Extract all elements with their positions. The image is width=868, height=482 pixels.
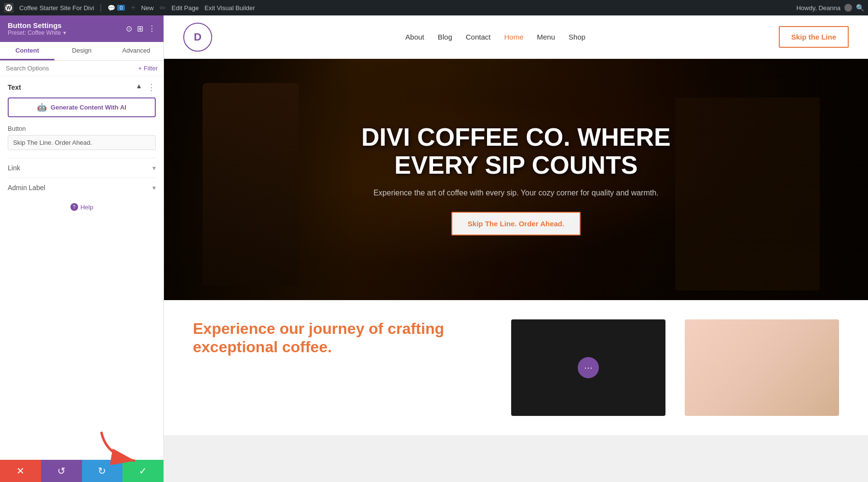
text-section-collapse[interactable]: ▲ [136,82,142,93]
help-icon: ? [70,203,78,211]
site-logo: D [183,23,212,52]
text-section-title: Text [8,83,21,91]
panel-menu-icon[interactable]: ⋮ [148,24,156,33]
chevron-down-icon: ▾ [63,29,66,36]
main-wrapper: Button Settings Preset: Coffee White ▾ ⊙… [0,15,868,482]
tab-advanced[interactable]: Advanced [109,42,163,60]
link-section-title: Link [8,164,20,172]
hero-cta-button[interactable]: Skip The Line. Order Ahead. [451,212,581,235]
text-section-menu[interactable]: ⋮ [147,82,156,93]
admin-bar-item-site[interactable]: Coffee Starter Site For Divi [19,4,94,12]
admin-bar-new[interactable]: New [141,4,154,12]
wp-logo-icon[interactable]: W [4,3,14,13]
search-options-input[interactable] [6,65,135,72]
image-thumbnail [685,319,839,416]
left-panel: Button Settings Preset: Coffee White ▾ ⊙… [0,15,164,482]
hero-content: DIVI COFFEE CO. WHERE EVERY SIP COUNTS E… [323,124,709,235]
help-link[interactable]: ? Help [8,203,156,211]
nav-blog[interactable]: Blog [438,33,452,41]
panel-content: Text ▲ ⋮ 🤖 Generate Content With AI Butt… [0,76,163,460]
filter-button[interactable]: + Filter [138,65,158,72]
experience-text: Experience our journey of crafting excep… [193,319,492,357]
site-nav: About Blog Contact Home Menu Shop [406,33,586,41]
tab-design[interactable]: Design [54,42,109,60]
play-button[interactable]: ⋯ [578,357,599,378]
admin-label-chevron-icon: ▾ [152,184,156,192]
admin-label-section[interactable]: Admin Label ▾ [8,178,156,197]
nav-shop[interactable]: Shop [569,33,585,41]
hero-section: DIVI COFFEE CO. WHERE EVERY SIP COUNTS E… [164,59,868,300]
tab-content[interactable]: Content [0,42,54,60]
admin-avatar[interactable] [844,4,852,12]
right-content: D About Blog Contact Home Menu Shop Skip… [164,15,868,482]
wp-admin-bar: W Coffee Starter Site For Divi | 💬 0 + N… [0,0,868,15]
below-hero: Experience our journey of crafting excep… [164,300,868,435]
nav-contact[interactable]: Contact [466,33,491,41]
comment-count: 0 [117,5,125,11]
panel-header: Button Settings Preset: Coffee White ▾ ⊙… [0,15,163,42]
arrow-indicator [96,427,145,468]
play-icon: ⋯ [584,362,593,373]
text-section-header: Text ▲ ⋮ [8,82,156,93]
button-text-input[interactable] [8,135,156,150]
skip-line-header-button[interactable]: Skip the Line [779,26,849,48]
link-section[interactable]: Link ▾ [8,158,156,178]
experience-title: Experience our journey of crafting excep… [193,319,492,357]
admin-bar-edit-page[interactable]: Edit Page [172,4,199,12]
video-thumbnail: ⋯ [511,319,665,416]
search-filter-row: + Filter [0,61,163,76]
nav-home[interactable]: Home [504,33,523,41]
admin-search-icon[interactable]: 🔍 [856,4,864,12]
panel-header-icons: ⊙ ⊞ ⋮ [126,24,156,33]
ai-generate-button[interactable]: 🤖 Generate Content With AI [8,97,156,117]
button-field-label: Button [8,125,156,132]
panel-title: Button Settings [8,21,66,29]
nav-about[interactable]: About [406,33,424,41]
hero-subtitle: Experience the art of coffee with every … [333,189,699,197]
panel-preset[interactable]: Preset: Coffee White ▾ [8,29,66,36]
link-chevron-icon: ▾ [152,164,156,172]
admin-bar-howdy: Howdy, Deanna [796,4,841,12]
ai-icon: 🤖 [37,103,47,112]
panel-target-icon[interactable]: ⊙ [126,24,132,33]
undo-button[interactable]: ↺ [41,460,82,482]
arrow-svg [96,427,145,466]
panel-tabs: Content Design Advanced [0,42,163,61]
cancel-button[interactable]: ✕ [0,460,41,482]
hero-title: DIVI COFFEE CO. WHERE EVERY SIP COUNTS [333,124,699,179]
admin-label-title: Admin Label [8,184,45,192]
help-section: ? Help [8,197,156,217]
panel-layout-icon[interactable]: ⊞ [137,24,143,33]
site-header: D About Blog Contact Home Menu Shop Skip… [164,15,868,59]
plus-icon: + [138,65,142,72]
admin-bar-comments[interactable]: 💬 0 [108,4,125,12]
nav-menu[interactable]: Menu [537,33,556,41]
admin-bar-exit-builder[interactable]: Exit Visual Builder [204,4,255,12]
